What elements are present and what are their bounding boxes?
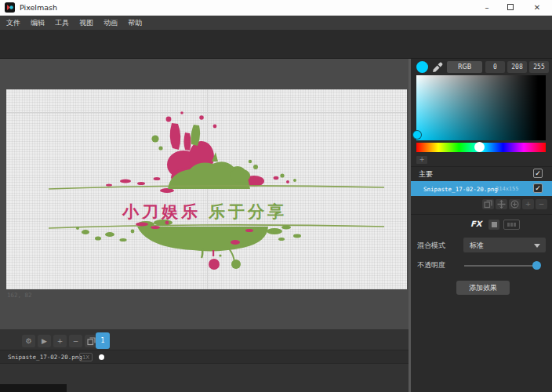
mask-icon <box>492 222 497 227</box>
blue-channel-field[interactable]: 255 <box>529 61 549 73</box>
layer-size: 314x155 <box>496 186 519 192</box>
menu-tools[interactable]: 工具 <box>55 18 69 28</box>
post-icon <box>514 223 516 227</box>
timeline-scrollbar-corner <box>0 384 67 392</box>
mask-button[interactable] <box>488 220 499 230</box>
layer-row[interactable]: Snipaste_17-02-20.png 314x155 ✓ <box>411 181 552 196</box>
frame-1-tab[interactable]: 1 <box>96 332 110 349</box>
layer-name: Snipaste_17-02-20.png <box>423 186 498 193</box>
post-icon <box>510 223 513 227</box>
cursor-coordinates: 162, 82 <box>7 292 32 299</box>
blend-mode-label: 混合模式 <box>417 241 445 251</box>
merge-layer-button[interactable] <box>509 199 521 209</box>
red-channel-field[interactable]: 0 <box>485 61 505 73</box>
timeline-buttons: ⚙ ▶ + − <box>22 335 98 347</box>
duplicate-frame-icon <box>87 337 96 346</box>
eyedropper-icon[interactable] <box>432 62 443 73</box>
blend-mode-value: 标准 <box>470 241 484 251</box>
current-color-swatch[interactable] <box>416 61 428 73</box>
merge-icon <box>510 200 519 209</box>
divider <box>411 214 552 215</box>
opacity-label: 不透明度 <box>417 260 445 270</box>
keyframe-dot[interactable] <box>99 354 104 360</box>
timeline-play-button[interactable]: ▶ <box>38 335 51 347</box>
minimize-button[interactable]: – <box>475 0 499 16</box>
add-effect-button[interactable]: 添加效果 <box>456 281 510 295</box>
window-title: Pixelmash <box>20 3 57 12</box>
menu-bar: 文件 编辑 工具 视图 动画 帮助 <box>0 16 552 30</box>
post-process-button[interactable] <box>503 220 520 230</box>
maximize-button[interactable] <box>499 0 522 16</box>
add-layer-button[interactable]: + <box>522 199 534 209</box>
remove-layer-button[interactable]: − <box>536 199 547 209</box>
pixel-canvas[interactable]: 小刀娱乐 乐于分享 <box>6 89 407 289</box>
timeline-settings-button[interactable]: ⚙ <box>22 335 35 347</box>
layer-buttons: + − <box>482 199 547 209</box>
artwork-text-pink: 小刀娱乐 <box>122 202 201 221</box>
artwork-text-green: 乐于分享 <box>208 202 287 221</box>
right-panel: RGB 0 208 255 + 主要 ✓ Snipaste_17-02-20.p… <box>411 59 552 392</box>
layer-group-label: 主要 <box>419 169 433 180</box>
remove-frame-button[interactable]: − <box>69 335 82 347</box>
title-bar: Pixelmash – ✕ <box>0 0 552 16</box>
app-icon <box>5 2 15 13</box>
layer-visibility-checkbox[interactable]: ✓ <box>533 183 543 193</box>
sv-picker-cursor[interactable] <box>412 130 422 140</box>
menu-edit[interactable]: 编辑 <box>31 18 45 28</box>
canvas-guides <box>6 89 407 289</box>
track-layer-name: Snipaste_17-02-20.png <box>8 354 82 361</box>
add-frame-button[interactable]: + <box>53 335 67 347</box>
menu-animation[interactable]: 动画 <box>104 18 118 28</box>
duplicate-layer-button[interactable] <box>482 199 494 209</box>
timeline-track-row[interactable]: Snipaste_17-02-20.png 1X <box>0 350 409 363</box>
post-icon <box>507 223 510 227</box>
blend-mode-dropdown[interactable]: 标准 <box>463 238 546 252</box>
close-button[interactable]: ✕ <box>525 0 549 16</box>
group-visibility-checkbox[interactable]: ✓ <box>533 169 543 178</box>
green-channel-field[interactable]: 208 <box>507 61 527 73</box>
track-speed-badge[interactable]: 1X <box>79 353 93 361</box>
saturation-value-picker[interactable] <box>416 75 546 140</box>
hue-slider-cursor[interactable] <box>474 142 485 152</box>
opacity-slider-handle[interactable] <box>532 261 541 270</box>
canvas-artwork: 小刀娱乐 乐于分享 <box>6 89 407 289</box>
color-mode-dropdown[interactable]: RGB <box>447 61 482 73</box>
add-swatch-button[interactable]: + <box>416 156 427 164</box>
move-layer-button[interactable] <box>496 199 507 209</box>
divider <box>0 363 409 364</box>
menu-view[interactable]: 视图 <box>79 18 93 28</box>
divider <box>411 166 552 167</box>
duplicate-icon <box>484 200 492 209</box>
opacity-slider-track[interactable] <box>464 265 537 267</box>
fx-effects-icon[interactable]: FX <box>470 220 482 228</box>
maximize-icon <box>507 4 514 10</box>
pixelmash-window: Pixelmash – ✕ 文件 编辑 工具 视图 动画 帮助 <box>0 0 552 392</box>
menu-help[interactable]: 帮助 <box>128 18 142 28</box>
toolbar: 314 x 155 <box>0 30 552 59</box>
timeline-panel: ⚙ ▶ + − 1 Snipaste_17-02-20.png 1X <box>0 329 409 392</box>
chevron-down-icon <box>534 244 540 248</box>
move-layer-icon <box>497 200 506 209</box>
menu-file[interactable]: 文件 <box>6 18 20 28</box>
